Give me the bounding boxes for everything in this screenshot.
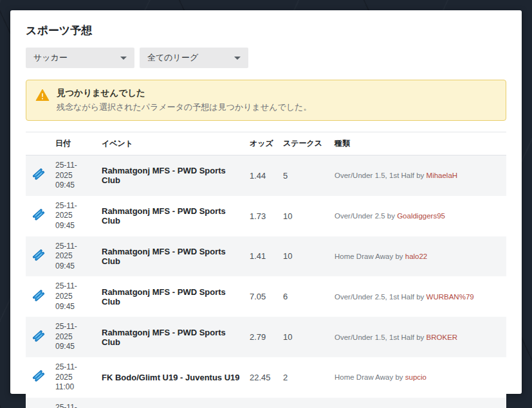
event-date: 25-11-2025 (55, 242, 94, 262)
warning-icon (35, 87, 50, 113)
event-date: 25-11-2025 (55, 403, 94, 408)
table-row: 25-11-2025 09:45 Rahmatgonj MFS - PWD Sp… (26, 236, 506, 277)
user-link[interactable]: MihaelaH (427, 172, 458, 179)
ticket-icon (32, 249, 45, 262)
sport-select-value: サッカー (33, 52, 68, 64)
event-name: Rahmatgonj MFS - PWD Sports Club (98, 236, 246, 277)
event-name: Rahmatgonj MFS - PWD Sports Club (98, 317, 246, 357)
user-link[interactable]: Goaldiggers95 (397, 212, 445, 220)
bet-type: Home Draw Away by (335, 253, 403, 260)
alert-message: 残念ながら選択されたパラメータの予想は見つかりませんでした。 (57, 102, 311, 113)
alert-text: 見つかりませんでした 残念ながら選択されたパラメータの予想は見つかりませんでした… (57, 87, 311, 113)
odds-value: 2.79 (246, 317, 279, 357)
table-header-row: 日付 イベント オッズ ステークス 種類 (26, 132, 506, 155)
table-row: 25-11-2025 09:45 Rahmatgonj MFS - PWD Sp… (26, 317, 506, 357)
stakes-column-header: ステークス (279, 132, 331, 155)
stakes-value: 2 (279, 357, 331, 398)
odds-column-header: オッズ (246, 132, 279, 155)
user-link[interactable]: halo22 (405, 253, 428, 260)
bet-type: Over/Under 1.5, 1st Half by (335, 333, 424, 341)
chevron-down-icon (234, 57, 241, 60)
event-time: 09:45 (55, 221, 94, 231)
odds-value: 22.45 (246, 357, 279, 398)
filters-bar: サッカー 全てのリーグ (26, 48, 506, 68)
bet-type: Home Draw Away by (335, 373, 403, 381)
user-link[interactable]: supcio (405, 373, 427, 381)
league-select[interactable]: 全てのリーグ (140, 48, 248, 68)
alert-title: 見つかりませんでした (57, 87, 311, 99)
ticket-icon (32, 369, 45, 382)
event-date: 25-11-2025 (55, 161, 94, 181)
event-column-header: イベント (98, 132, 246, 155)
icon-column-header (26, 132, 51, 155)
event-date: 25-11-2025 (55, 201, 94, 221)
stakes-value: 10 (279, 196, 331, 236)
event-name: Rahmatgonj MFS - PWD Sports Club (98, 276, 246, 317)
user-link[interactable]: WURBAN%79 (427, 293, 474, 301)
chevron-down-icon (120, 57, 127, 60)
event-name: Rahmatgonj MFS - PWD Sports Club (98, 155, 246, 196)
date-column-header: 日付 (51, 132, 98, 155)
ticket-icon (32, 208, 45, 221)
event-name: FK Bodo/Glimt U19 - Juventus U19 (98, 357, 246, 398)
type-column-header: 種類 (331, 132, 506, 155)
bet-type: Over/Under 2.5, 1st Half by (335, 293, 424, 301)
odds-value: 1.73 (246, 196, 279, 236)
odds-value: 1.41 (246, 236, 279, 277)
bet-type: Over/Under 1.5, 1st Half by (335, 172, 424, 179)
stakes-value: 10 (279, 236, 331, 277)
no-results-alert: 見つかりませんでした 残念ながら選択されたパラメータの予想は見つかりませんでした… (26, 80, 506, 121)
predictions-table-body: 25-11-2025 09:45 Rahmatgonj MFS - PWD Sp… (26, 155, 506, 408)
odds-value: 7.05 (246, 276, 279, 317)
event-name: Rahmatgonj MFS - PWD Sports Club (98, 196, 246, 236)
table-row: 25-11-2025 11:00 Shanghai Port FC - FC S… (26, 398, 506, 408)
stakes-value: 6 (279, 276, 331, 317)
event-date: 25-11-2025 (55, 362, 94, 382)
odds-value: 1.44 (246, 155, 279, 196)
user-link[interactable]: BROKER (427, 333, 458, 341)
event-date: 25-11-2025 (55, 281, 94, 301)
event-date: 25-11-2025 (55, 322, 94, 342)
ticket-icon (32, 168, 45, 181)
table-row: 25-11-2025 09:45 Rahmatgonj MFS - PWD Sp… (26, 155, 506, 196)
sport-select[interactable]: サッカー (26, 48, 134, 68)
event-time: 09:45 (55, 302, 94, 312)
event-time: 09:45 (55, 262, 94, 272)
table-row: 25-11-2025 11:00 FK Bodo/Glimt U19 - Juv… (26, 357, 506, 398)
odds-value: 2.52 (246, 398, 279, 408)
ticket-icon (32, 330, 45, 342)
table-row: 25-11-2025 09:45 Rahmatgonj MFS - PWD Sp… (26, 196, 506, 236)
stakes-value: 10 (279, 398, 331, 408)
predictions-table: 日付 イベント オッズ ステークス 種類 (26, 132, 506, 408)
stakes-value: 10 (279, 317, 331, 357)
event-name: Shanghai Port FC - FC Seoul (98, 398, 246, 408)
league-select-value: 全てのリーグ (147, 52, 198, 64)
table-row: 25-11-2025 09:45 Rahmatgonj MFS - PWD Sp… (26, 276, 506, 317)
stakes-value: 5 (279, 155, 331, 196)
event-time: 09:45 (55, 181, 94, 191)
page-title: スポーツ予想 (26, 23, 506, 38)
event-time: 09:45 (55, 342, 94, 352)
sports-predictions-card: スポーツ予想 サッカー 全てのリーグ 見つかりませんでした 残念ながら選択された… (10, 10, 522, 394)
event-time: 11:00 (55, 382, 94, 393)
ticket-icon (32, 289, 45, 302)
bet-type: Over/Under 2.5 by (335, 212, 395, 220)
